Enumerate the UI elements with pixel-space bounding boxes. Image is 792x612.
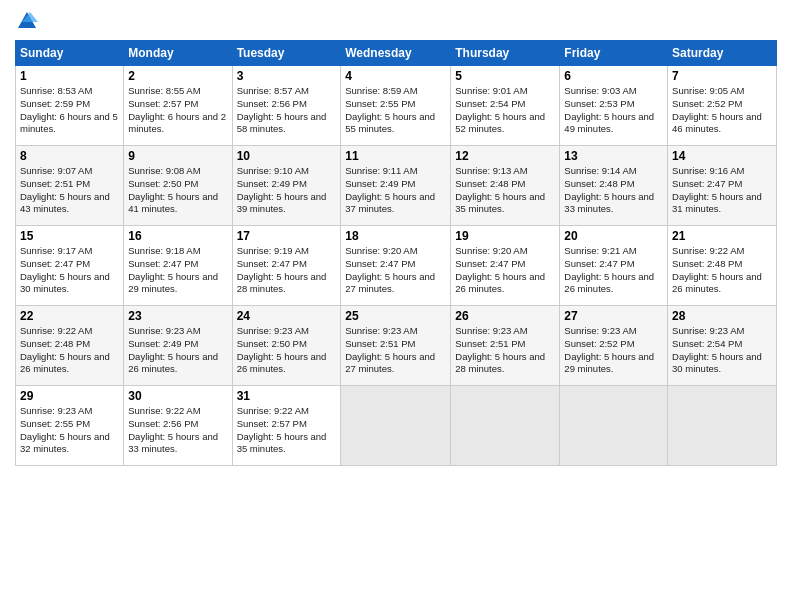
calendar-cell: 20Sunrise: 9:21 AM Sunset: 2:47 PM Dayli… <box>560 226 668 306</box>
day-info: Sunrise: 8:55 AM Sunset: 2:57 PM Dayligh… <box>128 85 227 136</box>
day-number: 25 <box>345 309 446 323</box>
day-number: 18 <box>345 229 446 243</box>
day-info: Sunrise: 9:22 AM Sunset: 2:57 PM Dayligh… <box>237 405 337 456</box>
weekday-header-saturday: Saturday <box>668 41 777 66</box>
day-info: Sunrise: 9:17 AM Sunset: 2:47 PM Dayligh… <box>20 245 119 296</box>
day-info: Sunrise: 9:01 AM Sunset: 2:54 PM Dayligh… <box>455 85 555 136</box>
day-info: Sunrise: 9:22 AM Sunset: 2:48 PM Dayligh… <box>20 325 119 376</box>
day-info: Sunrise: 9:03 AM Sunset: 2:53 PM Dayligh… <box>564 85 663 136</box>
day-info: Sunrise: 9:18 AM Sunset: 2:47 PM Dayligh… <box>128 245 227 296</box>
day-info: Sunrise: 9:19 AM Sunset: 2:47 PM Dayligh… <box>237 245 337 296</box>
calendar-week-2: 8Sunrise: 9:07 AM Sunset: 2:51 PM Daylig… <box>16 146 777 226</box>
calendar-cell: 14Sunrise: 9:16 AM Sunset: 2:47 PM Dayli… <box>668 146 777 226</box>
day-info: Sunrise: 9:20 AM Sunset: 2:47 PM Dayligh… <box>455 245 555 296</box>
day-number: 2 <box>128 69 227 83</box>
day-number: 29 <box>20 389 119 403</box>
calendar-week-5: 29Sunrise: 9:23 AM Sunset: 2:55 PM Dayli… <box>16 386 777 466</box>
calendar-cell: 3Sunrise: 8:57 AM Sunset: 2:56 PM Daylig… <box>232 66 341 146</box>
day-number: 7 <box>672 69 772 83</box>
day-number: 21 <box>672 229 772 243</box>
calendar-cell: 4Sunrise: 8:59 AM Sunset: 2:55 PM Daylig… <box>341 66 451 146</box>
weekday-header-monday: Monday <box>124 41 232 66</box>
day-number: 6 <box>564 69 663 83</box>
calendar-cell: 28Sunrise: 9:23 AM Sunset: 2:54 PM Dayli… <box>668 306 777 386</box>
calendar-week-3: 15Sunrise: 9:17 AM Sunset: 2:47 PM Dayli… <box>16 226 777 306</box>
calendar-cell: 17Sunrise: 9:19 AM Sunset: 2:47 PM Dayli… <box>232 226 341 306</box>
day-number: 30 <box>128 389 227 403</box>
day-info: Sunrise: 9:13 AM Sunset: 2:48 PM Dayligh… <box>455 165 555 216</box>
calendar-cell: 30Sunrise: 9:22 AM Sunset: 2:56 PM Dayli… <box>124 386 232 466</box>
weekday-header-thursday: Thursday <box>451 41 560 66</box>
calendar-week-4: 22Sunrise: 9:22 AM Sunset: 2:48 PM Dayli… <box>16 306 777 386</box>
weekday-header-sunday: Sunday <box>16 41 124 66</box>
day-info: Sunrise: 9:23 AM Sunset: 2:49 PM Dayligh… <box>128 325 227 376</box>
logo-icon <box>16 10 38 32</box>
day-info: Sunrise: 9:22 AM Sunset: 2:48 PM Dayligh… <box>672 245 772 296</box>
calendar-container: SundayMondayTuesdayWednesdayThursdayFrid… <box>0 0 792 476</box>
calendar-cell: 15Sunrise: 9:17 AM Sunset: 2:47 PM Dayli… <box>16 226 124 306</box>
day-info: Sunrise: 9:16 AM Sunset: 2:47 PM Dayligh… <box>672 165 772 216</box>
calendar-cell: 22Sunrise: 9:22 AM Sunset: 2:48 PM Dayli… <box>16 306 124 386</box>
logo <box>15 10 39 32</box>
day-number: 10 <box>237 149 337 163</box>
calendar-cell <box>451 386 560 466</box>
calendar-table: SundayMondayTuesdayWednesdayThursdayFrid… <box>15 40 777 466</box>
day-number: 22 <box>20 309 119 323</box>
day-info: Sunrise: 9:23 AM Sunset: 2:55 PM Dayligh… <box>20 405 119 456</box>
calendar-cell: 2Sunrise: 8:55 AM Sunset: 2:57 PM Daylig… <box>124 66 232 146</box>
day-number: 19 <box>455 229 555 243</box>
day-info: Sunrise: 9:23 AM Sunset: 2:51 PM Dayligh… <box>455 325 555 376</box>
day-number: 5 <box>455 69 555 83</box>
calendar-cell: 5Sunrise: 9:01 AM Sunset: 2:54 PM Daylig… <box>451 66 560 146</box>
day-info: Sunrise: 8:53 AM Sunset: 2:59 PM Dayligh… <box>20 85 119 136</box>
calendar-cell: 21Sunrise: 9:22 AM Sunset: 2:48 PM Dayli… <box>668 226 777 306</box>
day-info: Sunrise: 9:20 AM Sunset: 2:47 PM Dayligh… <box>345 245 446 296</box>
day-info: Sunrise: 9:23 AM Sunset: 2:50 PM Dayligh… <box>237 325 337 376</box>
day-info: Sunrise: 8:57 AM Sunset: 2:56 PM Dayligh… <box>237 85 337 136</box>
calendar-cell: 29Sunrise: 9:23 AM Sunset: 2:55 PM Dayli… <box>16 386 124 466</box>
day-number: 26 <box>455 309 555 323</box>
day-info: Sunrise: 9:08 AM Sunset: 2:50 PM Dayligh… <box>128 165 227 216</box>
day-number: 17 <box>237 229 337 243</box>
day-info: Sunrise: 9:14 AM Sunset: 2:48 PM Dayligh… <box>564 165 663 216</box>
calendar-cell: 10Sunrise: 9:10 AM Sunset: 2:49 PM Dayli… <box>232 146 341 226</box>
day-info: Sunrise: 9:22 AM Sunset: 2:56 PM Dayligh… <box>128 405 227 456</box>
calendar-cell: 26Sunrise: 9:23 AM Sunset: 2:51 PM Dayli… <box>451 306 560 386</box>
day-info: Sunrise: 9:07 AM Sunset: 2:51 PM Dayligh… <box>20 165 119 216</box>
day-info: Sunrise: 9:23 AM Sunset: 2:52 PM Dayligh… <box>564 325 663 376</box>
day-number: 8 <box>20 149 119 163</box>
day-number: 28 <box>672 309 772 323</box>
calendar-cell: 27Sunrise: 9:23 AM Sunset: 2:52 PM Dayli… <box>560 306 668 386</box>
day-number: 9 <box>128 149 227 163</box>
day-info: Sunrise: 9:11 AM Sunset: 2:49 PM Dayligh… <box>345 165 446 216</box>
calendar-cell: 8Sunrise: 9:07 AM Sunset: 2:51 PM Daylig… <box>16 146 124 226</box>
weekday-header-row: SundayMondayTuesdayWednesdayThursdayFrid… <box>16 41 777 66</box>
day-info: Sunrise: 9:23 AM Sunset: 2:51 PM Dayligh… <box>345 325 446 376</box>
day-number: 13 <box>564 149 663 163</box>
day-number: 1 <box>20 69 119 83</box>
day-info: Sunrise: 8:59 AM Sunset: 2:55 PM Dayligh… <box>345 85 446 136</box>
day-info: Sunrise: 9:23 AM Sunset: 2:54 PM Dayligh… <box>672 325 772 376</box>
day-number: 3 <box>237 69 337 83</box>
calendar-cell: 7Sunrise: 9:05 AM Sunset: 2:52 PM Daylig… <box>668 66 777 146</box>
calendar-cell: 16Sunrise: 9:18 AM Sunset: 2:47 PM Dayli… <box>124 226 232 306</box>
day-number: 31 <box>237 389 337 403</box>
calendar-cell: 9Sunrise: 9:08 AM Sunset: 2:50 PM Daylig… <box>124 146 232 226</box>
weekday-header-wednesday: Wednesday <box>341 41 451 66</box>
day-number: 20 <box>564 229 663 243</box>
day-info: Sunrise: 9:10 AM Sunset: 2:49 PM Dayligh… <box>237 165 337 216</box>
calendar-cell <box>341 386 451 466</box>
calendar-cell: 18Sunrise: 9:20 AM Sunset: 2:47 PM Dayli… <box>341 226 451 306</box>
calendar-cell <box>560 386 668 466</box>
calendar-cell: 12Sunrise: 9:13 AM Sunset: 2:48 PM Dayli… <box>451 146 560 226</box>
day-number: 16 <box>128 229 227 243</box>
header <box>15 10 777 32</box>
calendar-cell: 31Sunrise: 9:22 AM Sunset: 2:57 PM Dayli… <box>232 386 341 466</box>
day-info: Sunrise: 9:05 AM Sunset: 2:52 PM Dayligh… <box>672 85 772 136</box>
day-number: 15 <box>20 229 119 243</box>
calendar-cell: 6Sunrise: 9:03 AM Sunset: 2:53 PM Daylig… <box>560 66 668 146</box>
day-number: 27 <box>564 309 663 323</box>
calendar-cell: 25Sunrise: 9:23 AM Sunset: 2:51 PM Dayli… <box>341 306 451 386</box>
day-number: 4 <box>345 69 446 83</box>
day-number: 14 <box>672 149 772 163</box>
